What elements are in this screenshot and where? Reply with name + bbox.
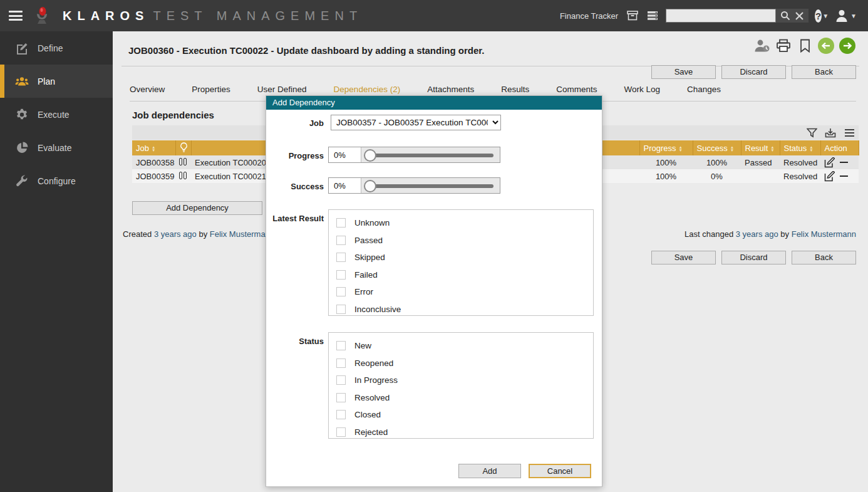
created-time-link[interactable]: 3 years ago bbox=[154, 229, 197, 239]
option-closed: Closed bbox=[336, 407, 593, 422]
sidebar-item-configure[interactable]: Configure bbox=[0, 164, 113, 197]
lightbulb-icon bbox=[180, 142, 188, 152]
back-button[interactable]: Back bbox=[792, 251, 856, 264]
tab-properties[interactable]: Properties bbox=[192, 85, 230, 94]
cancel-button[interactable]: Cancel bbox=[529, 464, 591, 478]
job-select[interactable]: JOB00357 - JOB00357 Execution TC00017 bbox=[331, 115, 501, 130]
table-menu-icon[interactable] bbox=[844, 127, 855, 139]
slider-handle[interactable] bbox=[364, 180, 376, 192]
checkbox[interactable] bbox=[336, 393, 346, 402]
option-failed: Failed bbox=[336, 268, 593, 282]
save-button[interactable]: Save bbox=[651, 251, 716, 264]
checkbox[interactable] bbox=[336, 305, 346, 314]
edit-row-icon[interactable] bbox=[824, 171, 835, 182]
navigate-back-icon[interactable] bbox=[818, 38, 834, 54]
option-skipped: Skipped bbox=[336, 250, 593, 264]
slider-track[interactable] bbox=[373, 184, 493, 188]
sidebar-item-define[interactable]: Define bbox=[0, 31, 113, 65]
print-icon[interactable] bbox=[775, 38, 792, 54]
sidebar-item-plan[interactable]: Plan bbox=[0, 65, 113, 98]
back-button[interactable]: Back bbox=[792, 65, 856, 79]
wrench-icon bbox=[15, 174, 29, 188]
column-header-progress[interactable]: Progress▲▼ bbox=[639, 140, 693, 155]
tab-changes[interactable]: Changes bbox=[687, 85, 721, 94]
assign-user-icon[interactable] bbox=[754, 38, 770, 54]
status-cell: Resolved bbox=[780, 155, 820, 169]
paused-icon bbox=[179, 158, 187, 165]
progress-value: 0% bbox=[329, 147, 361, 162]
option-unknown: Unknown bbox=[336, 216, 593, 230]
checkbox[interactable] bbox=[336, 359, 346, 368]
checkbox[interactable] bbox=[336, 341, 346, 350]
remove-row-icon[interactable] bbox=[840, 162, 848, 164]
tab-results[interactable]: Results bbox=[501, 85, 529, 94]
test-runs-list-icon[interactable] bbox=[646, 9, 659, 23]
checkbox[interactable] bbox=[336, 236, 346, 245]
column-header-status[interactable]: Status▲▼ bbox=[780, 140, 820, 155]
edit-icon bbox=[15, 41, 29, 55]
discard-button[interactable]: Discard bbox=[721, 251, 786, 264]
tab-user-defined[interactable]: User Defined bbox=[257, 85, 307, 94]
sidebar-item-execute[interactable]: Execute bbox=[0, 98, 113, 131]
archive-icon[interactable] bbox=[626, 9, 639, 23]
option-in-progress: In Progress bbox=[336, 373, 593, 387]
menu-icon[interactable] bbox=[9, 11, 23, 21]
remove-row-icon[interactable] bbox=[840, 175, 848, 177]
success-slider[interactable]: 0% bbox=[328, 177, 500, 194]
tab-dependencies[interactable]: Dependencies (2) bbox=[334, 85, 401, 94]
checkbox[interactable] bbox=[336, 287, 346, 296]
project-name[interactable]: Finance Tracker bbox=[560, 11, 618, 21]
progress-cell: 100% bbox=[639, 169, 693, 183]
discard-button[interactable]: Discard bbox=[721, 65, 786, 79]
column-header-action: Action bbox=[820, 140, 859, 155]
column-header-success[interactable]: Success▲▼ bbox=[693, 140, 741, 155]
clear-search-icon[interactable] bbox=[792, 9, 806, 23]
navigate-forward-icon[interactable] bbox=[839, 38, 855, 54]
action-cell bbox=[820, 155, 859, 169]
column-header-result[interactable]: Result▲▼ bbox=[741, 140, 780, 155]
sort-icon: ▲▼ bbox=[679, 145, 683, 152]
edit-row-icon[interactable] bbox=[824, 157, 835, 168]
sidebar-item-evaluate[interactable]: Evaluate bbox=[0, 131, 113, 164]
created-user-link[interactable]: Felix Mustermann bbox=[210, 229, 274, 239]
column-header-state-icon[interactable] bbox=[175, 140, 191, 155]
sidebar-nav: Define Plan Execute Evaluate Configure bbox=[0, 31, 113, 492]
checkbox[interactable] bbox=[336, 375, 346, 385]
checkbox[interactable] bbox=[336, 218, 346, 228]
help-menu-icon[interactable]: ?▼ bbox=[815, 9, 829, 23]
option-error: Error bbox=[336, 285, 593, 299]
last-changed-info: Last changed 3 years ago by Felix Muster… bbox=[685, 229, 856, 239]
slider-handle[interactable] bbox=[364, 149, 376, 162]
tab-work-log[interactable]: Work Log bbox=[624, 85, 661, 94]
sort-icon: ▲▼ bbox=[152, 145, 155, 152]
created-info: Created 3 years ago by Felix Mustermann bbox=[123, 229, 274, 239]
column-header-job[interactable]: Job▲▼ bbox=[132, 140, 175, 155]
changed-time-link[interactable]: 3 years ago bbox=[736, 229, 778, 239]
job-link[interactable]: JOB00359 bbox=[132, 169, 175, 183]
checkbox[interactable] bbox=[336, 270, 346, 280]
tab-overview[interactable]: Overview bbox=[130, 85, 165, 94]
add-dependency-button[interactable]: Add Dependency bbox=[132, 201, 262, 215]
search-input[interactable] bbox=[666, 9, 776, 23]
checkbox[interactable] bbox=[336, 253, 346, 262]
dialog-title[interactable]: Add Dependency bbox=[266, 96, 602, 110]
status-group: New Reopened In Progress Resolved Closed… bbox=[328, 332, 594, 439]
add-dependency-dialog: Add Dependency Job JOB00357 - JOB00357 E… bbox=[266, 95, 602, 487]
filter-icon[interactable] bbox=[806, 127, 817, 139]
slider-track[interactable] bbox=[373, 154, 493, 157]
tab-comments[interactable]: Comments bbox=[556, 85, 597, 94]
bookmark-icon[interactable] bbox=[797, 38, 813, 54]
option-resolved: Resolved bbox=[336, 390, 593, 405]
save-button[interactable]: Save bbox=[651, 65, 716, 79]
tab-attachments[interactable]: Attachments bbox=[427, 85, 474, 94]
progress-slider[interactable]: 0% bbox=[328, 147, 500, 163]
checkbox[interactable] bbox=[336, 427, 346, 437]
search-icon[interactable] bbox=[778, 9, 792, 23]
export-icon[interactable] bbox=[825, 127, 836, 139]
brand-title: KLAROSTEST MANAGEMENT bbox=[63, 9, 363, 23]
checkbox[interactable] bbox=[336, 410, 346, 419]
user-menu-icon[interactable]: ▼ bbox=[835, 9, 857, 23]
add-button[interactable]: Add bbox=[458, 464, 521, 478]
job-link[interactable]: JOB00358 bbox=[132, 155, 175, 169]
changed-user-link[interactable]: Felix Mustermann bbox=[792, 229, 856, 239]
